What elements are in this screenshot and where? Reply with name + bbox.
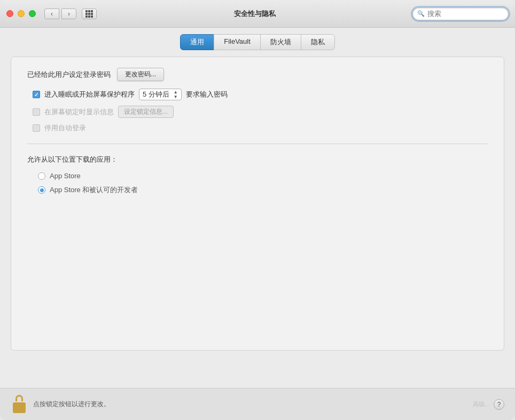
downloads-section: 允许从以下位置下载的应用： App Store App Store 和被认可的开… — [27, 155, 488, 195]
tab-filevault[interactable]: FileVault — [214, 34, 261, 50]
search-icon: 🔍 — [417, 10, 425, 17]
require-password-label: 要求输入密码 — [186, 90, 228, 99]
maximize-button[interactable] — [29, 10, 36, 17]
grid-icon — [85, 10, 93, 18]
minimize-button[interactable] — [18, 10, 25, 17]
lock-screen-option-row: 在屏幕锁定时显示信息 设定锁定信息... — [33, 106, 488, 118]
radio-app-store-dev[interactable] — [38, 186, 45, 194]
close-button[interactable] — [6, 10, 13, 17]
sleep-option-label: 进入睡眠或开始屏幕保护程序 — [44, 90, 135, 99]
window-title: 安全性与隐私 — [150, 9, 359, 19]
lock-screen-button[interactable]: 设定锁定信息... — [118, 106, 174, 118]
downloads-title: 允许从以下位置下载的应用： — [27, 155, 488, 164]
sleep-option-row: 进入睡眠或开始屏幕保护程序 5 分钟后 ▲ ▼ 要求输入密码 — [33, 89, 488, 100]
lock-text: 点按锁定按钮以进行更改。 — [33, 400, 110, 409]
main-content: 已经给此用户设定登录密码 更改密码... 进入睡眠或开始屏幕保护程序 5 分钟后… — [0, 50, 515, 388]
lock-icon — [11, 395, 28, 414]
radio-group: App Store App Store 和被认可的开发者 — [38, 172, 488, 195]
password-label: 已经给此用户设定登录密码 — [27, 70, 111, 80]
radio-app-store[interactable] — [38, 172, 45, 180]
auto-login-checkbox[interactable] — [33, 124, 40, 132]
sleep-time-select[interactable]: 5 分钟后 ▲ ▼ — [139, 89, 182, 100]
radio-app-store-row: App Store — [38, 172, 488, 180]
search-input[interactable] — [427, 10, 504, 18]
watermark: 高级... — [473, 400, 489, 408]
sleep-time-value: 5 分钟后 — [143, 90, 169, 99]
help-button[interactable]: ? — [494, 399, 504, 410]
tab-bar: 通用 FileVault 防火墙 隐私 — [0, 28, 515, 50]
back-button[interactable]: ‹ — [44, 9, 59, 19]
bottom-bar: 点按锁定按钮以进行更改。 高级... ? — [0, 388, 515, 420]
lock-button[interactable]: 点按锁定按钮以进行更改。 — [11, 395, 110, 414]
nav-buttons: ‹ › — [44, 9, 76, 19]
tab-privacy[interactable]: 隐私 — [301, 34, 335, 50]
stepper-up-icon: ▲ — [174, 90, 178, 94]
divider — [27, 144, 488, 144]
search-box[interactable]: 🔍 — [412, 7, 509, 20]
tab-general[interactable]: 通用 — [180, 34, 214, 50]
sleep-checkbox[interactable] — [33, 91, 40, 98]
titlebar: ‹ › 安全性与隐私 🔍 — [0, 0, 515, 28]
radio-app-store-dev-row: App Store 和被认可的开发者 — [38, 185, 488, 195]
auto-login-label: 停用自动登录 — [44, 123, 86, 133]
radio-app-store-label: App Store — [50, 172, 81, 180]
lock-screen-label: 在屏幕锁定时显示信息 — [44, 107, 114, 117]
content-panel: 已经给此用户设定登录密码 更改密码... 进入睡眠或开始屏幕保护程序 5 分钟后… — [11, 57, 504, 351]
lock-screen-checkbox[interactable] — [33, 108, 40, 116]
change-password-button[interactable]: 更改密码... — [117, 68, 164, 81]
time-stepper[interactable]: ▲ ▼ — [174, 90, 178, 99]
tab-firewall[interactable]: 防火墙 — [260, 34, 301, 50]
auto-login-option-row: 停用自动登录 — [33, 123, 488, 133]
forward-button[interactable]: › — [61, 9, 76, 19]
password-row: 已经给此用户设定登录密码 更改密码... — [27, 68, 488, 81]
lock-body — [13, 402, 26, 413]
grid-button[interactable] — [82, 9, 97, 19]
stepper-down-icon: ▼ — [174, 95, 178, 99]
window-controls — [6, 10, 36, 17]
radio-app-store-dev-label: App Store 和被认可的开发者 — [50, 185, 138, 195]
options-section: 进入睡眠或开始屏幕保护程序 5 分钟后 ▲ ▼ 要求输入密码 在屏幕锁定时显示信… — [33, 89, 488, 133]
lock-shackle — [15, 395, 23, 401]
bottom-right: 高级... ? — [473, 399, 504, 410]
